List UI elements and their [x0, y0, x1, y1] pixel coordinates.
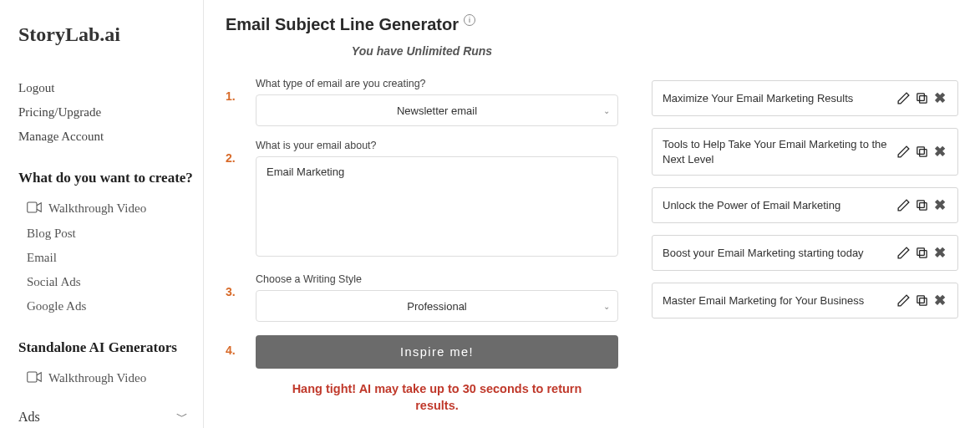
video-icon [27, 371, 42, 386]
edit-icon[interactable] [896, 198, 911, 213]
result-text: Tools to Help Take Your Email Marketing … [663, 137, 887, 166]
result-text: Boost your Email Marketing starting toda… [663, 246, 887, 261]
main-content: Email Subject Line Generator i You have … [204, 0, 980, 428]
step-number: 4. [226, 344, 241, 357]
edit-icon[interactable] [896, 91, 911, 106]
result-text: Master Email Marketing for Your Business [663, 293, 887, 308]
close-icon[interactable]: ✖ [932, 292, 947, 309]
svg-rect-3 [917, 94, 924, 101]
sidebar-collapsible-label: Ads [18, 410, 40, 425]
sidebar-item-label: Social Ads [27, 275, 81, 289]
copy-icon[interactable] [914, 293, 929, 308]
sidebar-item-walkthrough-video[interactable]: Walkthrough Video [18, 196, 203, 222]
svg-rect-9 [917, 248, 924, 256]
sidebar-collapsible-ads[interactable]: Ads ﹀ [18, 410, 203, 425]
svg-rect-10 [919, 298, 927, 306]
close-icon[interactable]: ✖ [932, 89, 947, 107]
step-writing-style: 3. Choose a Writing Style Professional ⌄ [226, 273, 618, 322]
svg-rect-8 [919, 251, 927, 258]
sidebar-item-google-ads[interactable]: Google Ads [18, 294, 203, 318]
result-card: Master Email Marketing for Your Business… [652, 283, 958, 318]
sidebar-link-logout[interactable]: Logout [18, 76, 203, 100]
sidebar-link-pricing[interactable]: Pricing/Upgrade [18, 100, 203, 125]
sidebar-heading-standalone: Standalone AI Generators [18, 339, 203, 358]
step-email-about: 2. What is your email about? [226, 140, 618, 260]
info-icon[interactable]: i [464, 14, 475, 26]
close-icon[interactable]: ✖ [932, 143, 947, 160]
step-label: What type of email are you creating? [256, 78, 618, 89]
page-title: Email Subject Line Generator [226, 15, 459, 34]
svg-rect-7 [917, 201, 924, 208]
sidebar-item-email[interactable]: Email [18, 246, 203, 270]
svg-rect-6 [919, 203, 927, 211]
svg-rect-5 [917, 147, 924, 155]
email-about-textarea[interactable] [256, 156, 618, 257]
step-number: 1. [226, 89, 241, 103]
step-number: 2. [226, 151, 241, 165]
video-icon [27, 201, 42, 217]
email-type-select[interactable]: Newsletter email [256, 94, 618, 126]
writing-style-select[interactable]: Professional [256, 290, 618, 322]
result-text: Maximize Your Email Marketing Results [663, 91, 887, 106]
result-actions: ✖ [896, 89, 947, 107]
result-actions: ✖ [896, 244, 947, 262]
step-number: 3. [226, 285, 241, 298]
copy-icon[interactable] [914, 198, 929, 213]
result-card: Tools to Help Take Your Email Marketing … [652, 128, 958, 176]
close-icon[interactable]: ✖ [932, 244, 947, 262]
close-icon[interactable]: ✖ [932, 196, 947, 214]
inspire-me-button[interactable]: Inspire me! [256, 335, 618, 369]
sidebar-item-social-ads[interactable]: Social Ads [18, 270, 203, 294]
step-email-type: 1. What type of email are you creating? … [226, 78, 618, 126]
sidebar-heading-create: What do you want to create? [18, 169, 203, 188]
sidebar-item-label: Walkthrough Video [48, 371, 146, 385]
edit-icon[interactable] [896, 246, 911, 261]
sidebar-item-standalone-walkthrough[interactable]: Walkthrough Video [18, 366, 203, 391]
step-submit: 4. Inspire me! Hang tight! AI may take u… [226, 335, 618, 415]
copy-icon[interactable] [914, 246, 929, 261]
result-actions: ✖ [896, 143, 947, 160]
copy-icon[interactable] [914, 145, 929, 160]
sidebar-link-manage-account[interactable]: Manage Account [18, 125, 203, 149]
result-actions: ✖ [896, 196, 947, 214]
svg-rect-0 [28, 202, 37, 212]
sidebar: StoryLab.ai Logout Pricing/Upgrade Manag… [0, 0, 204, 428]
sidebar-item-label: Walkthrough Video [48, 201, 146, 216]
copy-icon[interactable] [914, 91, 929, 106]
form-column: Email Subject Line Generator i You have … [226, 15, 618, 428]
results-column: Maximize Your Email Marketing Results ✖ … [652, 15, 965, 428]
result-card: Maximize Your Email Marketing Results ✖ [652, 80, 958, 116]
result-actions: ✖ [896, 292, 947, 309]
step-label: What is your email about? [256, 140, 618, 151]
svg-rect-2 [919, 96, 927, 104]
sidebar-item-label: Blog Post [27, 227, 76, 241]
wait-message: Hang tight! AI may take up to 30 seconds… [256, 380, 618, 415]
svg-rect-1 [28, 372, 37, 382]
result-text: Unlock the Power of Email Marketing [663, 198, 887, 213]
edit-icon[interactable] [896, 145, 911, 160]
result-card: Boost your Email Marketing starting toda… [652, 235, 958, 271]
brand-logo: StoryLab.ai [18, 23, 203, 46]
result-card: Unlock the Power of Email Marketing ✖ [652, 187, 958, 223]
sidebar-item-blog-post[interactable]: Blog Post [18, 222, 203, 246]
sidebar-item-label: Google Ads [27, 299, 86, 313]
step-label: Choose a Writing Style [256, 273, 618, 285]
edit-icon[interactable] [896, 293, 911, 308]
runs-message: You have Unlimited Runs [226, 44, 618, 58]
svg-rect-4 [919, 150, 927, 157]
chevron-down-icon: ﹀ [176, 410, 188, 425]
sidebar-item-label: Email [27, 251, 57, 265]
svg-rect-11 [917, 296, 924, 303]
